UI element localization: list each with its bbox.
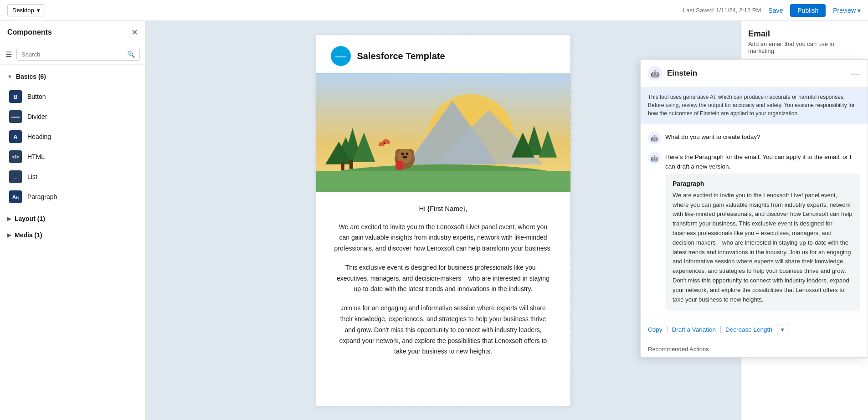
einstein-question-text: What do you want to create today? <box>665 131 760 142</box>
einstein-panel: 🤖 Einstein — This tool uses generative A… <box>640 59 868 358</box>
svg-point-27 <box>383 142 385 144</box>
einstein-header: 🤖 Einstein — <box>641 60 868 87</box>
preview-label: Preview <box>833 7 856 14</box>
right-panel-title: Email <box>748 29 861 39</box>
copy-button[interactable]: Copy <box>648 326 663 333</box>
divider-icon: — <box>9 110 22 123</box>
chevron-right-icon: ▶ <box>7 216 11 222</box>
email-paragraph-2: This exclusive event is designed for bus… <box>334 262 552 295</box>
email-body: Hi {First Name}, We are excited to invit… <box>316 192 570 376</box>
topbar-left: Desktop ▾ <box>7 4 45 16</box>
svg-rect-13 <box>341 162 344 170</box>
save-button[interactable]: Save <box>768 7 783 14</box>
topbar: Desktop ▾ Last Saved: 1/11/24, 2:12 PM S… <box>0 0 868 21</box>
einstein-response-text: Here's the Paragraph for the email. You … <box>665 151 860 172</box>
einstein-footer: Recommended Actions <box>641 341 868 357</box>
einstein-actions: Copy Draft a Variation Decrease Length ▾ <box>641 318 868 341</box>
preview-button[interactable]: Preview ▾ <box>833 7 861 14</box>
svg-rect-7 <box>316 171 570 192</box>
divider-label: Divider <box>27 113 47 120</box>
einstein-msg-avatar: 🤖 <box>648 132 661 144</box>
basics-section-header[interactable]: ▼ Basics (6) <box>0 68 145 85</box>
email-template-title: Salesforce Template <box>357 51 445 61</box>
svg-point-23 <box>402 156 407 159</box>
basics-items: B Button — Divider A Heading </> HTML ≡ <box>0 85 145 210</box>
paragraph-block-content: We are excited to invite you to the Leno… <box>673 191 853 305</box>
einstein-title: Einstein <box>667 69 697 78</box>
last-saved-text: Last Saved: 1/11/24, 2:12 PM <box>683 7 761 14</box>
svg-point-21 <box>401 153 404 155</box>
einstein-minimize-button[interactable]: — <box>851 69 860 78</box>
desktop-dropdown[interactable]: Desktop ▾ <box>7 4 45 16</box>
panel-title: Components <box>7 28 52 36</box>
chevron-down-icon: ▼ <box>7 74 12 79</box>
topbar-right: Last Saved: 1/11/24, 2:12 PM Save Publis… <box>683 4 861 17</box>
component-item-html[interactable]: </> HTML <box>0 147 145 167</box>
desktop-label: Desktop <box>12 7 34 14</box>
divider <box>667 326 668 333</box>
component-item-list[interactable]: ≡ List <box>0 167 145 187</box>
email-canvas: salesforce Salesforce Template <box>316 35 571 406</box>
html-icon: </> <box>9 150 22 163</box>
media-label: Media (1) <box>15 231 42 239</box>
email-hero-image <box>316 73 570 192</box>
right-panel-header: Email Add an email that you can use in m… <box>741 21 868 58</box>
email-paragraph-3: Join us for an engaging and informative … <box>334 303 552 357</box>
search-input[interactable] <box>21 51 127 58</box>
salesforce-logo: salesforce <box>331 46 351 66</box>
close-panel-button[interactable]: ✕ <box>131 27 138 37</box>
decrease-length-dropdown[interactable]: ▾ <box>777 324 788 335</box>
search-icon: 🔍 <box>127 51 135 58</box>
einstein-title-row: 🤖 Einstein <box>648 66 697 81</box>
button-icon: B <box>9 90 22 103</box>
einstein-response-container: Here's the Paragraph for the email. You … <box>665 151 860 311</box>
divider-2 <box>720 326 721 333</box>
layout-label: Layout (1) <box>15 215 45 222</box>
publish-button[interactable]: Publish <box>790 4 826 17</box>
einstein-message-response: 🤖 Here's the Paragraph for the email. Yo… <box>648 151 860 311</box>
svg-rect-24 <box>395 161 403 170</box>
paragraph-block-title: Paragraph <box>673 180 853 187</box>
einstein-avatar-icon: 🤖 <box>648 66 663 81</box>
einstein-warning: This tool uses generative AI, which can … <box>641 87 868 123</box>
chevron-right-icon: ▶ <box>7 232 11 238</box>
heading-icon: A <box>9 130 22 143</box>
paragraph-label: Paragraph <box>27 193 57 200</box>
chevron-down-icon: ▾ <box>781 326 784 333</box>
components-panel: Components ✕ ☰ 🔍 ▼ Basics (6) B Button — <box>0 21 146 420</box>
heading-label: Heading <box>27 133 51 140</box>
svg-text:salesforce: salesforce <box>335 56 346 58</box>
basics-label: Basics (6) <box>16 73 46 80</box>
component-item-button[interactable]: B Button <box>0 87 145 107</box>
chevron-down-icon: ▾ <box>858 7 861 14</box>
search-box: 🔍 <box>16 48 140 61</box>
right-panel-subtitle: Add an email that you can use in marketi… <box>748 41 861 54</box>
einstein-paragraph-block: Paragraph We are excited to invite you t… <box>665 174 860 311</box>
component-item-paragraph[interactable]: Aa Paragraph <box>0 187 145 207</box>
button-label: Button <box>27 93 46 100</box>
html-label: HTML <box>27 153 45 160</box>
einstein-msg-avatar-2: 🤖 <box>648 152 661 164</box>
svg-point-22 <box>406 153 408 155</box>
component-item-heading[interactable]: A Heading <box>0 127 145 147</box>
chevron-down-icon: ▾ <box>37 7 40 14</box>
menu-icon[interactable]: ☰ <box>5 50 12 59</box>
einstein-message-question: 🤖 What do you want to create today? <box>648 131 860 144</box>
decrease-length-button[interactable]: Decrease Length <box>725 326 772 333</box>
panel-toolbar: ☰ 🔍 <box>0 44 145 65</box>
einstein-messages: 🤖 What do you want to create today? 🤖 He… <box>641 123 868 318</box>
einstein-warning-text: This tool uses generative AI, which can … <box>648 94 855 117</box>
component-item-divider[interactable]: — Divider <box>0 107 145 127</box>
email-paragraph-1: We are excited to invite you to the Leno… <box>334 222 552 254</box>
media-section-header[interactable]: ▶ Media (1) <box>0 227 145 243</box>
email-greeting: Hi {First Name}, <box>334 203 552 215</box>
draft-variation-button[interactable]: Draft a Variation <box>672 326 716 333</box>
email-header: salesforce Salesforce Template <box>316 35 570 73</box>
recommended-actions-label: Recommended Actions <box>648 346 709 353</box>
svg-rect-12 <box>349 160 353 169</box>
list-icon: ≡ <box>9 170 22 183</box>
layout-section-header[interactable]: ▶ Layout (1) <box>0 210 145 227</box>
panel-header: Components ✕ <box>0 21 145 44</box>
paragraph-icon: Aa <box>9 190 22 203</box>
list-label: List <box>27 173 37 180</box>
